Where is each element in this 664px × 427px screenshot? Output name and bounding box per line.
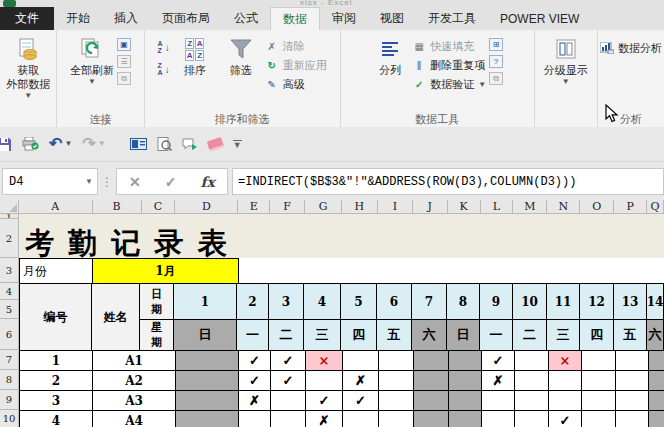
get-external-data-button[interactable]: 获取 外部数据 ▼: [6, 34, 50, 100]
row-header-9[interactable]: 9: [0, 390, 19, 410]
day-cell[interactable]: [271, 411, 306, 427]
day-number-cell[interactable]: 1: [174, 284, 237, 320]
weekday-cell[interactable]: 三: [547, 320, 580, 351]
day-number-cell[interactable]: 12: [580, 284, 614, 320]
day-cell[interactable]: ✓: [271, 371, 306, 391]
name-cell[interactable]: A1: [93, 351, 176, 371]
day-cell[interactable]: [176, 391, 239, 411]
day-cell[interactable]: [239, 411, 271, 427]
day-cell[interactable]: ✓: [271, 351, 306, 371]
column-header-J[interactable]: J: [413, 200, 448, 214]
eraser-button[interactable]: [208, 139, 223, 150]
quick-print-button[interactable]: [22, 137, 39, 151]
day-cell[interactable]: ✓: [482, 351, 515, 371]
day-cell[interactable]: [515, 351, 549, 371]
day-cell[interactable]: ×: [306, 351, 343, 371]
day-cell[interactable]: ✓: [343, 391, 379, 411]
day-cell[interactable]: [616, 391, 649, 411]
formula-input[interactable]: =INDIRECT($B$3&"!"&ADDRESS(ROW(D3),COLUM…: [232, 168, 664, 195]
sheet-title-cell[interactable]: 考 勤 记 录 表: [19, 214, 664, 258]
day-cell[interactable]: [414, 371, 449, 391]
day-cell[interactable]: [616, 371, 649, 391]
undo-button[interactable]: ↶▼: [49, 136, 72, 152]
day-number-cell[interactable]: 14: [647, 284, 664, 320]
connections-icon[interactable]: ▣: [117, 38, 131, 51]
day-cell[interactable]: [414, 391, 449, 411]
day-number-cell[interactable]: 8: [447, 284, 480, 320]
day-number-cell[interactable]: 9: [480, 284, 513, 320]
tab-POWER VIEW[interactable]: POWER VIEW: [488, 7, 591, 30]
clear-filter-button[interactable]: ✗清除: [265, 38, 327, 55]
day-cell[interactable]: [176, 351, 239, 371]
weekday-cell[interactable]: 四: [580, 320, 614, 351]
customize-qat-button[interactable]: ▼: [233, 140, 242, 148]
day-number-cell[interactable]: 5: [341, 284, 377, 320]
day-cell[interactable]: ✗: [343, 371, 379, 391]
column-header-P[interactable]: P: [614, 200, 647, 214]
weekday-cell[interactable]: 五: [377, 320, 412, 351]
chevron-down-icon[interactable]: ▼: [81, 177, 97, 186]
consolidate-icon[interactable]: ⊞: [489, 38, 503, 51]
row-header-5[interactable]: 5: [0, 300, 19, 319]
day-number-cell[interactable]: 11: [547, 284, 580, 320]
ink-comment-button[interactable]: [182, 138, 198, 151]
column-header-I[interactable]: I: [378, 200, 413, 214]
column-header-L[interactable]: L: [481, 200, 514, 214]
weekday-cell[interactable]: 一: [237, 320, 269, 351]
day-cell[interactable]: ✓: [239, 351, 271, 371]
column-header-D[interactable]: D: [175, 200, 238, 214]
day-cell[interactable]: [616, 351, 649, 371]
formula-bar-splitter[interactable]: ⋮: [98, 175, 116, 189]
day-cell[interactable]: ✗: [482, 371, 515, 391]
day-number-cell[interactable]: 4: [304, 284, 341, 320]
month-value-cell[interactable]: 1月: [93, 258, 239, 283]
edit-links-icon[interactable]: ⧉: [117, 72, 131, 85]
day-number-cell[interactable]: 7: [412, 284, 447, 320]
filter-button[interactable]: 筛选: [220, 34, 262, 78]
day-number-cell[interactable]: 10: [513, 284, 547, 320]
day-cell[interactable]: [379, 371, 414, 391]
day-cell[interactable]: [515, 391, 549, 411]
weekday-cell[interactable]: 日: [447, 320, 480, 351]
tab-file[interactable]: 文件: [0, 7, 54, 30]
id-cell[interactable]: 1: [19, 351, 93, 371]
day-cell[interactable]: ✗: [306, 411, 343, 427]
day-cell[interactable]: [582, 351, 616, 371]
day-cell[interactable]: [582, 391, 616, 411]
column-header-H[interactable]: H: [342, 200, 378, 214]
day-cell[interactable]: ✓: [239, 371, 271, 391]
day-cell[interactable]: [515, 411, 549, 427]
day-cell[interactable]: [482, 411, 515, 427]
day-cell[interactable]: [649, 391, 664, 411]
day-cell[interactable]: [649, 371, 664, 391]
day-number-cell[interactable]: 3: [269, 284, 304, 320]
column-header-K[interactable]: K: [448, 200, 481, 214]
column-header-M[interactable]: M: [513, 200, 547, 214]
row-header-6[interactable]: 6: [0, 319, 19, 350]
what-if-analysis-icon[interactable]: ?: [489, 55, 503, 68]
column-header-O[interactable]: O: [580, 200, 614, 214]
row-header-7[interactable]: 7: [0, 350, 19, 370]
id-cell[interactable]: 3: [19, 391, 93, 411]
text-to-columns-button[interactable]: 分列: [371, 34, 409, 78]
day-cell[interactable]: [582, 371, 616, 391]
week-header-cell[interactable]: 星期: [140, 320, 174, 351]
weekday-cell[interactable]: 二: [513, 320, 547, 351]
name-cell[interactable]: A3: [93, 391, 176, 411]
month-label-cell[interactable]: 月份: [19, 258, 93, 283]
column-header-Q[interactable]: Q: [647, 200, 664, 214]
column-header-E[interactable]: E: [238, 200, 270, 214]
advanced-filter-button[interactable]: ✎高级: [265, 76, 327, 93]
column-header-A[interactable]: A: [19, 200, 93, 214]
flash-fill-button[interactable]: ▦快速填充: [412, 38, 486, 55]
column-header-N[interactable]: N: [547, 200, 580, 214]
weekday-cell[interactable]: 三: [304, 320, 341, 351]
day-cell[interactable]: [549, 371, 582, 391]
day-cell[interactable]: ✓: [306, 391, 343, 411]
day-cell[interactable]: [482, 391, 515, 411]
sort-za-button[interactable]: ZA↓: [158, 62, 170, 76]
weekday-cell[interactable]: 六: [647, 320, 664, 351]
weekday-cell[interactable]: 日: [174, 320, 237, 351]
select-all-corner[interactable]: [0, 200, 19, 214]
day-cell[interactable]: [582, 411, 616, 427]
